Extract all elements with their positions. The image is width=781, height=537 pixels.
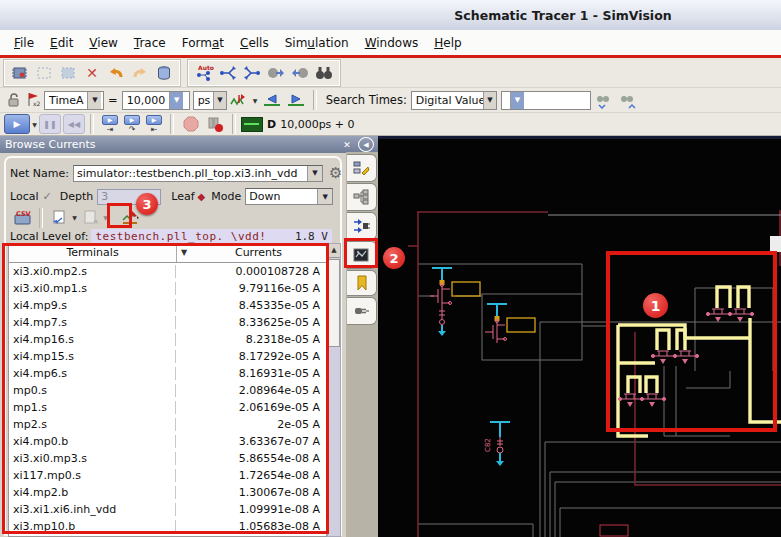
close-icon[interactable]: ✕ — [340, 138, 354, 151]
breakpoint-icon[interactable] — [204, 113, 226, 135]
step-in-button[interactable]: ▶⇥ — [99, 114, 121, 134]
menu-file[interactable]: File — [6, 33, 42, 53]
scroll-up-icon[interactable]: ▲ — [328, 244, 340, 258]
terminal-cell[interactable]: mp0.s — [9, 384, 176, 397]
expand-fanin-icon[interactable] — [241, 62, 263, 84]
table-row[interactable]: xi3.mp10.b1.05683e-08 A — [9, 518, 326, 535]
table-row[interactable]: xi4.mp0.b3.63367e-07 A — [9, 433, 326, 450]
select-filled-icon[interactable] — [57, 62, 79, 84]
scrollbar-thumb[interactable] — [328, 259, 340, 347]
chevron-down-icon[interactable]: ▼ — [30, 114, 39, 135]
terminal-cell[interactable]: xi3.xi0.mp1.s — [9, 282, 176, 295]
next-edge-icon[interactable] — [285, 89, 307, 111]
menu-simulation[interactable]: Simulation — [277, 33, 357, 53]
terminal-cell[interactable]: xi3.xi0.mp2.s — [9, 265, 176, 278]
leaf-diamond-icon[interactable]: ◆ — [198, 191, 206, 202]
step-out-button[interactable]: ▶⇤ — [143, 114, 165, 134]
tab-bookmarks[interactable] — [347, 270, 377, 296]
schematic-canvas[interactable]: C82 — [378, 136, 781, 537]
time-unit-select[interactable]: ps▼ — [193, 91, 227, 110]
tab-trace-connections[interactable] — [347, 212, 377, 240]
tab-signal-browser[interactable] — [347, 154, 377, 182]
search-forward-icon[interactable] — [616, 89, 638, 111]
table-row[interactable]: xi3.xi0.mp1.s9.79116e-05 A — [9, 280, 326, 297]
terminal-cell[interactable]: xi4.mp0.b — [9, 435, 176, 448]
terminal-cell[interactable]: xi4.mp7.s — [9, 316, 176, 329]
mode-select[interactable]: Down ▼ — [245, 188, 333, 205]
menu-format[interactable]: Format — [174, 33, 232, 53]
table-row[interactable]: xi4.mp6.s8.16931e-05 A — [9, 365, 326, 382]
terminal-cell[interactable]: xi117.mp0.s — [9, 469, 176, 482]
terminal-cell[interactable]: xi4.mp15.s — [9, 350, 176, 363]
chevron-down-icon[interactable]: ▼ — [70, 207, 79, 228]
database-icon[interactable] — [153, 62, 175, 84]
marker-set-icon[interactable] — [228, 89, 250, 111]
menu-view[interactable]: View — [81, 33, 125, 53]
delete-icon[interactable]: ✕ — [81, 62, 103, 84]
prev-edge-icon[interactable] — [261, 89, 283, 111]
auto-expand-icon[interactable]: Auto — [193, 62, 215, 84]
terminal-cell[interactable]: xi3.xi0.mp3.s — [9, 452, 176, 465]
tab-probes[interactable] — [347, 297, 377, 325]
panel-titlebar[interactable]: Browse Currents ✕ ◀ — [0, 136, 378, 153]
chevron-down-icon[interactable]: ▼ — [251, 90, 260, 111]
terminal-cell[interactable]: xi3.xi1.xi6.inh_vdd — [9, 503, 176, 516]
table-header[interactable]: Terminals ▼ Currents — [9, 244, 326, 263]
table-row[interactable]: xi4.mp15.s8.17292e-05 A — [9, 348, 326, 365]
menu-help[interactable]: Help — [426, 33, 469, 53]
search-back-icon[interactable] — [592, 89, 614, 111]
table-row[interactable]: mp1.s2.06169e-05 A — [9, 399, 326, 416]
time-value-combo[interactable]: 10,000▼ — [122, 91, 190, 110]
table-scrollbar[interactable]: ▲ — [327, 243, 341, 537]
gear-icon[interactable]: ⚙ — [329, 164, 342, 182]
pause-button[interactable]: ❚❚ — [39, 114, 61, 134]
lock-icon[interactable] — [5, 91, 23, 109]
table-row[interactable]: xi4.mp2.b1.30067e-08 A — [9, 484, 326, 501]
menu-trace[interactable]: Trace — [126, 33, 174, 53]
select-region-icon[interactable] — [33, 62, 55, 84]
redo-icon[interactable] — [129, 62, 151, 84]
terminal-cell[interactable]: xi4.mp16.s — [9, 333, 176, 346]
table-row[interactable]: xi117.mp0.s1.72654e-08 A — [9, 467, 326, 484]
currents-table[interactable]: Terminals ▼ Currents xi3.xi0.mp2.s0.0001… — [8, 243, 327, 537]
sort-arrow-icon[interactable]: ▼ — [177, 244, 191, 262]
terminal-cell[interactable]: xi4.mp6.s — [9, 367, 176, 380]
collapse-fanin-icon[interactable] — [289, 62, 311, 84]
save-csv-icon[interactable]: CSV — [12, 207, 34, 228]
tab-hierarchy[interactable] — [347, 183, 377, 211]
table-row[interactable]: xi3.xi1.xi6.inh_vdd1.09991e-08 A — [9, 501, 326, 518]
run-button[interactable]: ▶ — [4, 114, 30, 134]
terminal-cell[interactable]: mp2.s — [9, 418, 176, 431]
terminal-cell[interactable]: xi3.mp10.b — [9, 520, 176, 533]
search-value-combo[interactable]: ▼ — [501, 91, 591, 110]
terminal-cell[interactable]: xi4.mp2.b — [9, 486, 176, 499]
tab-schematic-view[interactable] — [347, 241, 377, 269]
collapse-fanout-icon[interactable] — [265, 62, 287, 84]
table-row[interactable]: mp2.s2e-05 A — [9, 416, 326, 433]
terminals-column-header[interactable]: Terminals — [9, 244, 177, 262]
send-to-waveform-icon[interactable] — [48, 207, 70, 228]
step-over-button[interactable]: ▶↷ — [121, 114, 143, 134]
time-variable-select[interactable]: TimeA▼ — [44, 91, 104, 110]
window-titlebar[interactable]: Schematic Tracer 1 - SimVision — [0, 0, 781, 31]
table-row[interactable]: xi4.mp7.s8.33625e-05 A — [9, 314, 326, 331]
table-row[interactable]: mp0.s2.08964e-05 A — [9, 382, 326, 399]
menu-windows[interactable]: Windows — [357, 33, 427, 53]
net-name-combo[interactable]: simulator::testbench.pll_top.xi3.inh_vdd… — [73, 165, 323, 182]
stop-icon[interactable] — [180, 113, 202, 135]
reset-button[interactable]: ◀◀ — [63, 114, 85, 134]
search-binoculars-icon[interactable] — [313, 62, 335, 84]
send-to-new-icon[interactable] — [79, 207, 101, 228]
table-row[interactable]: xi4.mp16.s8.2318e-05 A — [9, 331, 326, 348]
search-mode-select[interactable]: Digital Value▼ — [411, 91, 497, 110]
dock-icon[interactable]: ◀ — [358, 137, 374, 152]
table-row[interactable]: xi3.xi0.mp3.s5.86554e-08 A — [9, 450, 326, 467]
check-icon[interactable]: ✓ — [43, 190, 52, 203]
terminal-cell[interactable]: mp1.s — [9, 401, 176, 414]
expand-fanout-icon[interactable] — [217, 62, 239, 84]
chevron-down-icon[interactable]: ▼ — [101, 207, 110, 228]
menu-cells[interactable]: Cells — [232, 33, 277, 53]
terminal-cell[interactable]: xi4.mp9.s — [9, 299, 176, 312]
table-row[interactable]: xi3.xi0.mp2.s0.000108728 A — [9, 263, 326, 280]
flag-x2-icon[interactable]: x2 — [25, 91, 43, 109]
